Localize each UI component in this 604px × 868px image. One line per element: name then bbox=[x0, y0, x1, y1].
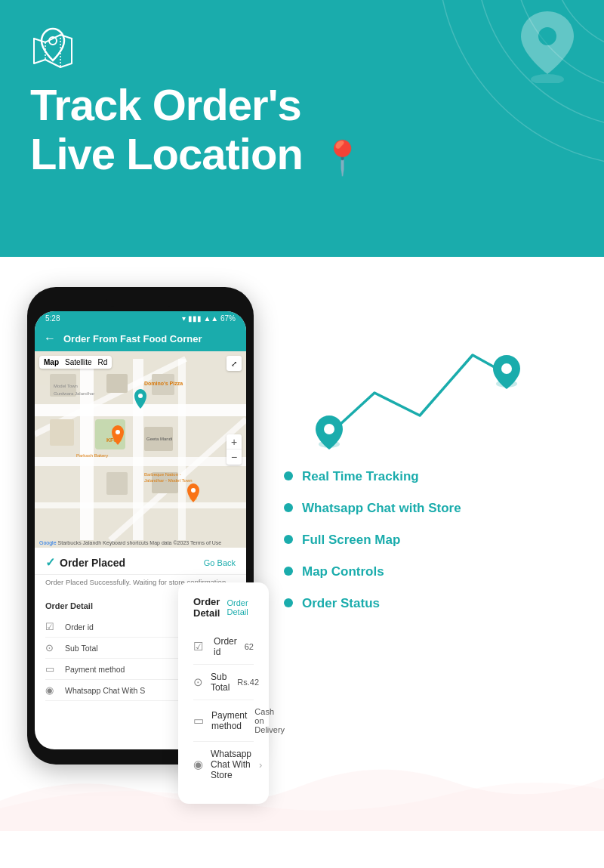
map-expand-button[interactable]: ⤢ bbox=[226, 356, 242, 371]
svg-rect-21 bbox=[50, 419, 74, 446]
main-content: 5:28 ▾ ▮▮▮ ▲▲ 67% ← Order From Fast Food… bbox=[0, 257, 604, 831]
feature-map-controls: Map Controls bbox=[284, 564, 577, 580]
phone-mockup: 5:28 ▾ ▮▮▮ ▲▲ 67% ← Order From Fast Food… bbox=[27, 287, 261, 804]
map-background: Model Town Gurdwara Jalandhar Domino's P… bbox=[35, 351, 246, 548]
banner-title: Track Order's Live Location 📍 bbox=[30, 81, 574, 179]
features-list: Real Time Tracking Whatsapp Chat with St… bbox=[284, 468, 577, 612]
svg-point-39 bbox=[324, 424, 334, 434]
floating-card-title: Order Detail bbox=[193, 596, 227, 619]
floating-card-header: Order Detail Order Detail bbox=[193, 596, 254, 619]
zoom-out-button[interactable]: − bbox=[226, 449, 242, 465]
feature-real-time-tracking: Real Time Tracking bbox=[284, 468, 577, 485]
svg-point-36 bbox=[191, 488, 196, 493]
banner-pin-decoration bbox=[513, 8, 581, 86]
zoom-in-button[interactable]: + bbox=[226, 434, 242, 449]
svg-text:Model Town: Model Town bbox=[54, 384, 78, 388]
fc-order-id-icon: ☑ bbox=[193, 640, 206, 653]
go-back-button[interactable]: Go Back bbox=[204, 558, 236, 567]
svg-point-5 bbox=[531, 74, 564, 83]
fc-whatsapp-label: Whatsapp Chat With Store bbox=[211, 749, 251, 780]
fc-order-id-row: ☑ Order id 62 bbox=[193, 629, 254, 665]
feature-label-whatsapp: Whatsapp Chat with Store bbox=[302, 500, 461, 517]
map-path-decoration bbox=[284, 295, 577, 461]
order-id-icon: ☑ bbox=[45, 621, 57, 632]
map-svg: Model Town Gurdwara Jalandhar Domino's P… bbox=[35, 351, 246, 548]
svg-rect-13 bbox=[35, 457, 246, 466]
svg-rect-14 bbox=[35, 502, 246, 508]
svg-point-0 bbox=[589, 0, 604, 15]
order-title: Order From Fast Food Corner bbox=[63, 333, 202, 344]
bullet-full-screen bbox=[284, 535, 293, 544]
bullet-order-status bbox=[284, 598, 293, 607]
sub-total-icon: ⊙ bbox=[45, 642, 57, 653]
status-icons: ▾ ▮▮▮ ▲▲ 67% bbox=[182, 314, 236, 323]
map-zoom-controls: + − bbox=[226, 434, 242, 465]
status-bar: 5:28 ▾ ▮▮▮ ▲▲ 67% bbox=[35, 311, 246, 326]
svg-point-37 bbox=[138, 394, 143, 398]
back-button[interactable]: ← bbox=[44, 332, 56, 345]
fc-payment-icon: ▭ bbox=[193, 714, 204, 727]
order-placed-section: ✓ Order Placed Go Back bbox=[35, 548, 246, 575]
bullet-map-controls bbox=[284, 567, 293, 576]
map-icon bbox=[30, 27, 574, 72]
satellite-tab[interactable]: Satellite bbox=[65, 358, 92, 366]
status-time: 5:28 bbox=[45, 314, 60, 323]
svg-rect-9 bbox=[80, 359, 94, 540]
feature-label-order-status: Order Status bbox=[302, 595, 380, 612]
floating-order-card: Order Detail Order Detail ☑ Order id 62 … bbox=[178, 582, 269, 804]
app-header: ← Order From Fast Food Corner bbox=[35, 326, 246, 351]
svg-point-41 bbox=[501, 363, 512, 374]
order-placed-label: ✓ Order Placed bbox=[45, 555, 125, 570]
features-panel: Real Time Tracking Whatsapp Chat with St… bbox=[284, 287, 577, 804]
path-svg bbox=[284, 295, 525, 453]
floating-card-link[interactable]: Order Detail bbox=[227, 598, 254, 616]
fc-sub-total-row: ⊙ Sub Total Rs.42 bbox=[193, 665, 254, 700]
order-placed-text: Order Placed bbox=[60, 557, 125, 569]
feature-full-screen-map: Full Screen Map bbox=[284, 532, 577, 548]
svg-text:Parkash Bakery: Parkash Bakery bbox=[76, 453, 108, 458]
bullet-real-time bbox=[284, 471, 293, 480]
feature-label-full-screen: Full Screen Map bbox=[302, 532, 400, 548]
road-tab[interactable]: Rd bbox=[98, 358, 108, 366]
map-footer: Google Starbucks Jalandh Keyboard shortc… bbox=[39, 540, 221, 545]
check-icon: ✓ bbox=[45, 555, 55, 570]
map-tab[interactable]: Map bbox=[44, 358, 59, 366]
bullet-whatsapp bbox=[284, 503, 293, 512]
svg-rect-11 bbox=[178, 359, 186, 540]
fc-payment-label: Payment method bbox=[211, 710, 247, 731]
whatsapp-icon: ◉ bbox=[45, 684, 57, 696]
fc-payment-row: ▭ Payment method Cash on Delivery bbox=[193, 700, 254, 742]
payment-icon: ▭ bbox=[45, 663, 57, 675]
fc-order-id-label: Order id bbox=[214, 636, 237, 657]
svg-point-34 bbox=[116, 430, 120, 434]
map-tab-bar: Map Satellite Rd bbox=[39, 356, 112, 369]
fc-whatsapp-icon: ◉ bbox=[193, 758, 203, 771]
banner-title-line2: Live Location 📍 bbox=[30, 130, 574, 179]
feature-label-real-time: Real Time Tracking bbox=[302, 468, 419, 485]
svg-text:Domino's Pizza: Domino's Pizza bbox=[144, 381, 183, 386]
svg-text:Geeta Mandi: Geeta Mandi bbox=[146, 437, 172, 441]
svg-text:Barbeque Nation -: Barbeque Nation - bbox=[144, 472, 181, 477]
fc-payment-value: Cash on Delivery bbox=[254, 707, 285, 734]
fc-sub-total-label: Sub Total bbox=[211, 672, 230, 693]
fc-sub-total-value: Rs.42 bbox=[237, 678, 259, 687]
map-view[interactable]: Model Town Gurdwara Jalandhar Domino's P… bbox=[35, 351, 246, 548]
svg-text:Gurdwara Jalandhar: Gurdwara Jalandhar bbox=[54, 391, 94, 396]
svg-rect-23 bbox=[106, 472, 128, 495]
fc-whatsapp-row[interactable]: ◉ Whatsapp Chat With Store › bbox=[193, 742, 254, 787]
location-pin-emoji: 📍 bbox=[322, 139, 362, 176]
banner-title-line1: Track Order's bbox=[30, 81, 574, 130]
feature-order-status: Order Status bbox=[284, 595, 577, 612]
svg-point-6 bbox=[538, 27, 556, 45]
svg-rect-19 bbox=[106, 374, 128, 393]
feature-label-map-controls: Map Controls bbox=[302, 564, 384, 580]
svg-text:Jalandhar - Model Town: Jalandhar - Model Town bbox=[144, 478, 193, 483]
fc-sub-total-icon: ⊙ bbox=[193, 675, 203, 689]
banner-section: Track Order's Live Location 📍 bbox=[0, 0, 604, 257]
fc-chevron-icon: › bbox=[259, 759, 262, 771]
phone-notch bbox=[106, 298, 174, 307]
fc-order-id-value: 62 bbox=[245, 642, 254, 651]
feature-whatsapp-chat: Whatsapp Chat with Store bbox=[284, 500, 577, 517]
